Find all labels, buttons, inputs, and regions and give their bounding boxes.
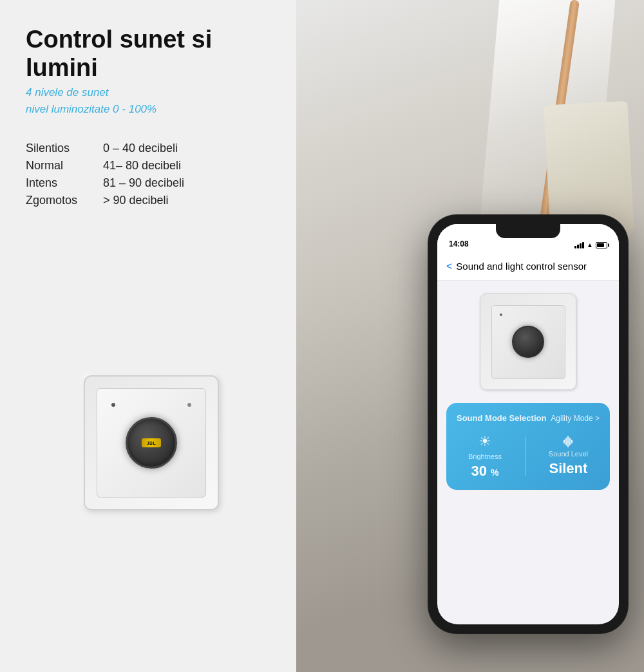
page-title: Control sunet si lumini (26, 26, 277, 82)
phone-device-inner (491, 305, 565, 379)
sound-metric: Sound Level Silent (549, 436, 588, 477)
right-panel: 14:08 ▲ (270, 0, 644, 672)
subtitle-line2: nivel luminozitate 0 - 100% (26, 101, 277, 118)
device-switch: JBL (84, 375, 219, 510)
card-header: Sound Mode Selection Agility Mode > (457, 413, 600, 423)
device-image-area: JBL (26, 233, 277, 653)
phone-device-sensor (512, 326, 544, 358)
device-inner-frame: JBL (97, 388, 206, 498)
wave-bar-4 (569, 438, 571, 445)
wave-bar-5 (571, 440, 573, 443)
main-container: Control sunet si lumini 4 nivele de sune… (0, 0, 644, 672)
phone-screen: 14:08 ▲ (437, 224, 619, 624)
brightness-metric: ☀ Brightness 30 % (468, 433, 502, 480)
device-pir-dot (187, 403, 191, 407)
phone-nav-bar: < Sound and light control sensor (437, 252, 619, 281)
signal-bar-3 (580, 243, 582, 248)
brightness-value: 30 % (471, 463, 498, 480)
nav-title: Sound and light control sensor (456, 261, 587, 272)
signal-bars-icon (574, 242, 584, 248)
signal-bar-1 (574, 246, 576, 248)
wave-bar-1 (564, 440, 565, 443)
sound-level-name: Intens (26, 176, 103, 190)
subtitle-line1: 4 nivele de sunet (26, 84, 277, 101)
status-icons: ▲ (574, 241, 607, 248)
sound-level-range: 81 – 90 decibeli (103, 176, 277, 190)
device-dot (111, 403, 115, 407)
sound-level-name: Silentios (26, 142, 103, 155)
sound-level-name: Zgomotos (26, 194, 103, 207)
phone-notch (496, 224, 560, 238)
phone-body: 14:08 ▲ (428, 215, 628, 633)
card-mode[interactable]: Agility Mode > (551, 414, 600, 423)
wave-bar-2 (565, 438, 567, 445)
sound-level-range: 41– 80 decibeli (103, 159, 277, 173)
phone-device-image (480, 294, 576, 390)
card-title: Sound Mode Selection (457, 413, 546, 423)
sound-wave-icon (564, 436, 573, 447)
brightness-icon: ☀ (478, 433, 491, 450)
wave-bar-3 (567, 436, 569, 447)
brightness-label: Brightness (468, 453, 502, 460)
left-panel: Control sunet si lumini 4 nivele de sune… (0, 0, 296, 672)
device-sensor: JBL (126, 417, 177, 469)
sound-level-range: 0 – 40 decibeli (103, 142, 277, 155)
card-metrics: ☀ Brightness 30 % (457, 433, 600, 480)
battery-icon (596, 242, 607, 248)
wifi-icon: ▲ (587, 241, 593, 248)
sound-levels-table: Silentios0 – 40 decibeliNormal41– 80 dec… (26, 142, 277, 207)
metric-divider (525, 437, 526, 476)
brightness-unit: % (491, 467, 498, 478)
phone-container: 14:08 ▲ (419, 215, 638, 653)
sensor-text: JBL (147, 441, 156, 445)
sensor-inner: JBL (142, 438, 161, 447)
status-time: 14:08 (449, 239, 469, 248)
back-button[interactable]: < (446, 261, 452, 272)
sound-level-range: > 90 decibeli (103, 194, 277, 207)
sound-level-name: Normal (26, 159, 103, 173)
sound-value: Silent (549, 460, 587, 477)
title-section: Control sunet si lumini 4 nivele de sune… (26, 26, 277, 117)
signal-bar-4 (582, 242, 584, 248)
battery-fill (597, 243, 604, 247)
sound-label: Sound Level (549, 450, 588, 458)
room-background: 14:08 ▲ (270, 0, 644, 672)
control-card: Sound Mode Selection Agility Mode > ☀ Br… (446, 403, 610, 490)
phone-device-dot (500, 313, 502, 316)
signal-bar-2 (577, 245, 579, 248)
